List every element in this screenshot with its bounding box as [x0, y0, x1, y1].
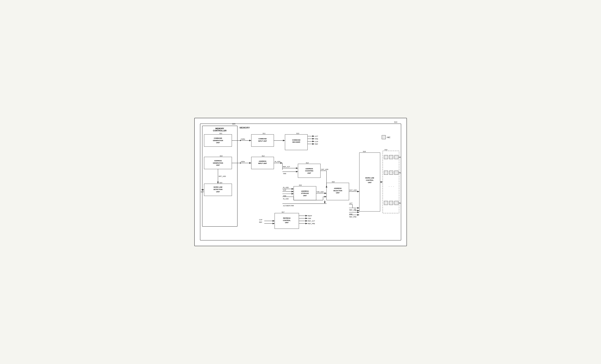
svg-text:COUNTING: COUNTING [305, 170, 313, 172]
svg-text:ADDRESS: ADDRESS [259, 160, 266, 162]
svg-text:REF_ACT: REF_ACT [283, 166, 290, 168]
svg-text:CAP: CAP [315, 141, 318, 142]
svg-text:UNIT: UNIT [368, 182, 372, 183]
svg-text:IN_ADD: IN_ADD [283, 198, 289, 200]
svg-text:UNIT: UNIT [285, 222, 289, 223]
svg-text:DECODER: DECODER [292, 141, 300, 143]
svg-text:TRR: TRR [283, 173, 286, 174]
svg-rect-26 [285, 134, 308, 150]
svg-text:···: ··· [392, 156, 393, 158]
svg-text:UNIT: UNIT [303, 195, 307, 197]
svg-rect-22 [251, 157, 274, 169]
svg-rect-151 [382, 135, 385, 139]
svg-text:317: 317 [281, 211, 284, 213]
svg-text:REFP: REFP [308, 215, 312, 217]
svg-text:ACT: ACT [349, 202, 352, 204]
svg-text:PRE: PRE [349, 213, 352, 215]
svg-text:COMMAND: COMMAND [258, 138, 267, 140]
svg-text:CONTROL: CONTROL [283, 220, 291, 221]
svg-rect-55 [383, 151, 399, 213]
svg-point-149 [240, 162, 241, 163]
label-310: 310 [394, 121, 397, 123]
svg-text:CMDs: CMDs [241, 138, 245, 140]
svg-text:···: ··· [392, 202, 393, 204]
svg-text:ADDRESS: ADDRESS [334, 188, 341, 189]
svg-text:IN_ADD: IN_ADD [283, 187, 289, 188]
svg-text:CONTROL: CONTROL [366, 179, 374, 181]
svg-text:318: 318 [363, 151, 366, 152]
svg-text:ACT: ACT [315, 135, 318, 137]
svg-point-150 [240, 140, 241, 141]
memory-label: MEMORY [240, 126, 250, 129]
svg-text:REF_PRE: REF_PRE [349, 216, 357, 218]
svg-text:ADDs: ADDs [241, 161, 245, 162]
svg-text:UNIT: UNIT [336, 192, 340, 194]
svg-text:WLN: WLN [399, 202, 401, 204]
svg-text:REF_PRE: REF_PRE [308, 223, 315, 224]
svg-text:WORD LINE: WORD LINE [365, 177, 374, 179]
svg-rect-64 [389, 201, 393, 205]
svg-text:315: 315 [299, 184, 302, 186]
svg-text:311: 311 [262, 132, 265, 134]
svg-text:CNT_ADD: CNT_ADD [321, 169, 328, 170]
svg-text:CAP: CAP [283, 189, 286, 191]
svg-rect-58 [389, 155, 393, 159]
svg-text:ADDRESS: ADDRESS [301, 190, 309, 192]
svg-text:TRR: TRR [283, 195, 286, 197]
svg-text:REF: REF [259, 221, 262, 223]
diagram-wrapper: 310 320 MEMORYCONTROLLER MEMORY [194, 118, 407, 246]
mc-title: MEMORYCONTROLLER [202, 127, 237, 132]
svg-text:~MC: ~MC [386, 136, 391, 138]
svg-rect-65 [394, 201, 398, 205]
svg-rect-35 [293, 186, 316, 200]
svg-text:TRR: TRR [308, 218, 311, 219]
svg-text:STORAGE: STORAGE [301, 192, 309, 194]
svg-text:CAP: CAP [259, 219, 262, 221]
svg-rect-62 [394, 171, 398, 174]
svg-rect-45 [275, 213, 299, 229]
svg-text:REF: REF [315, 143, 318, 145]
svg-text:314: 314 [306, 162, 309, 164]
svg-rect-60 [384, 171, 388, 174]
svg-text:TAR_ADD: TAR_ADD [316, 191, 323, 193]
svg-text:INPUT UNIT: INPUT UNIT [258, 140, 267, 142]
svg-text:OUT_ADD: OUT_ADD [349, 189, 357, 191]
memory-controller-box: 320 MEMORYCONTROLLER [202, 126, 238, 227]
label-320: 320 [232, 123, 235, 125]
svg-rect-30 [298, 164, 321, 178]
svg-text:UNIT: UNIT [307, 172, 311, 174]
svg-text:INPUT UNIT: INPUT UNIT [258, 163, 267, 164]
svg-text:313: 313 [296, 132, 299, 134]
svg-text:319: 319 [384, 149, 387, 151]
svg-rect-59 [394, 155, 398, 159]
svg-text:···: ··· [392, 172, 393, 174]
svg-rect-57 [384, 155, 388, 159]
svg-text:·: · [393, 185, 394, 188]
svg-text:REF_ACT: REF_ACT [308, 220, 315, 222]
svg-rect-40 [326, 183, 349, 200]
svg-text:WL1: WL1 [399, 172, 401, 174]
svg-text:PRE: PRE [315, 138, 318, 140]
svg-text:312: 312 [262, 155, 264, 157]
svg-text:COMMAND: COMMAND [292, 139, 300, 141]
svg-text:SELECTION: SELECTION [333, 190, 342, 192]
svg-text:316: 316 [331, 181, 334, 183]
svg-text:ADDRESS: ADDRESS [305, 168, 313, 170]
svg-text:WL0: WL0 [399, 156, 401, 158]
svg-text:IN_ADD: IN_ADD [275, 161, 280, 162]
svg-text:·: · [391, 185, 392, 188]
svg-text:REF_ACT: REF_ACT [349, 209, 357, 211]
svg-rect-18 [251, 134, 274, 147]
svg-rect-63 [384, 201, 388, 205]
svg-text:ACT,REFP,TRR: ACT,REFP,TRR [283, 205, 294, 207]
svg-rect-50 [359, 152, 380, 212]
outer-boundary: 310 320 MEMORYCONTROLLER MEMORY [200, 123, 401, 241]
svg-rect-61 [389, 171, 393, 174]
svg-text:·: · [389, 185, 389, 188]
svg-text:REFRESH: REFRESH [283, 217, 290, 219]
